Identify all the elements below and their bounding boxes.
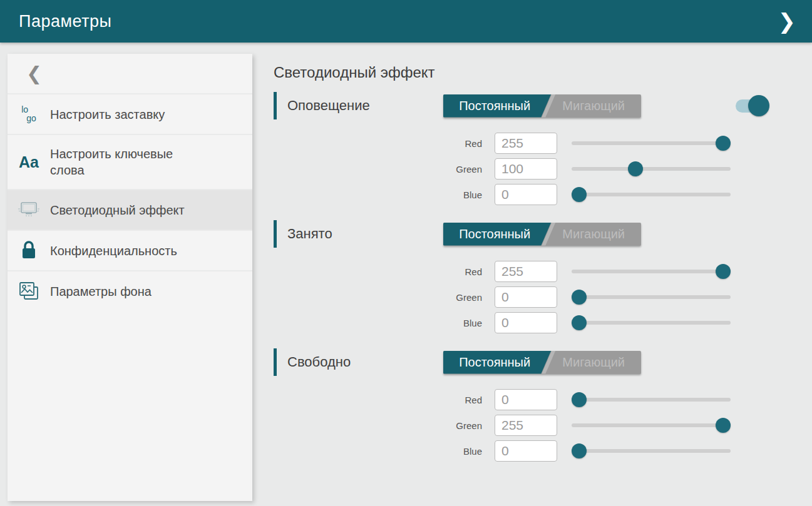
section-label: Занято	[287, 226, 443, 242]
mode-segmented-control[interactable]: Мигающий Постоянный	[443, 351, 641, 374]
red-slider[interactable]	[572, 261, 731, 282]
slider-track	[572, 270, 731, 273]
channel-label: Green	[421, 292, 495, 303]
page-title: Параметры	[19, 12, 111, 31]
background-images-icon	[8, 280, 50, 303]
slider-thumb[interactable]	[716, 264, 731, 279]
sidebar-item-background[interactable]: Параметры фона	[8, 270, 252, 311]
slider-thumb[interactable]	[572, 315, 587, 330]
channel-row-green: Green	[421, 415, 812, 436]
section-title: Светодиодный эффект	[274, 64, 812, 81]
slider-track	[572, 193, 731, 196]
keywords-icon: Aa	[8, 153, 50, 171]
slider-track	[572, 449, 731, 453]
green-value-input[interactable]	[495, 158, 557, 180]
sidebar-item-label: Настроить ключевые слова	[50, 146, 194, 178]
channel-label: Blue	[421, 318, 495, 328]
section-label: Свободно	[287, 354, 443, 370]
accent-bar	[274, 92, 277, 119]
sidebar-item-label: Параметры фона	[50, 283, 152, 300]
logo-icon: logo	[8, 106, 50, 123]
channel-label: Blue	[421, 190, 495, 200]
slider-track	[572, 321, 731, 325]
blue-value-input[interactable]	[495, 184, 557, 205]
blue-slider[interactable]	[572, 440, 731, 462]
green-slider[interactable]	[572, 415, 731, 436]
back-chevron-icon[interactable]: ❮	[20, 61, 48, 86]
red-value-input[interactable]	[495, 389, 557, 410]
sidebar-item-privacy[interactable]: Конфиденциальность	[8, 230, 252, 270]
blue-value-input[interactable]	[495, 440, 557, 462]
accent-bar	[274, 220, 277, 248]
red-value-input[interactable]	[495, 261, 557, 282]
led-monitor-icon	[8, 200, 50, 220]
mode-segmented-control[interactable]: Мигающий Постоянный	[443, 223, 641, 246]
channel-label: Red	[421, 138, 495, 149]
slider-thumb[interactable]	[572, 443, 587, 458]
channel-label: Blue	[421, 446, 495, 457]
green-value-input[interactable]	[495, 286, 557, 308]
slider-thumb[interactable]	[628, 161, 643, 176]
settings-sidebar: ❮ logo Настроить заставку Aa Настроить к…	[8, 54, 252, 501]
channel-row-blue: Blue	[421, 312, 812, 333]
slider-track	[572, 167, 731, 171]
sidebar-item-label: Светодиодный эффект	[50, 202, 185, 218]
mode-segmented-control[interactable]: Мигающий Постоянный	[443, 94, 641, 118]
slider-thumb[interactable]	[716, 136, 731, 151]
slider-track	[572, 141, 731, 145]
sidebar-item-label: Настроить заставку	[50, 106, 165, 123]
sidebar-back-row: ❮	[8, 54, 252, 93]
forward-chevron-icon[interactable]: ❯	[773, 8, 801, 34]
section-free: Свободно Мигающий Постоянный Red Green	[274, 349, 812, 462]
channel-label: Green	[421, 164, 495, 175]
slider-thumb[interactable]	[572, 187, 587, 202]
toggle-thumb[interactable]	[748, 95, 769, 116]
section-label: Оповещение	[287, 98, 443, 114]
slider-thumb[interactable]	[716, 418, 731, 433]
led-effect-panel: Светодиодный эффект Оповещение Мигающий …	[274, 43, 812, 506]
channel-row-blue: Blue	[421, 184, 812, 205]
sidebar-item-led-effect[interactable]: Светодиодный эффект	[8, 189, 252, 230]
slider-track	[572, 295, 731, 299]
slider-thumb[interactable]	[572, 392, 587, 407]
section-busy: Занято Мигающий Постоянный Red Green	[274, 221, 812, 333]
channel-label: Red	[421, 395, 495, 405]
channel-label: Red	[421, 266, 495, 277]
green-slider[interactable]	[572, 158, 731, 180]
app-header: Параметры ❯	[0, 0, 812, 43]
notification-toggle[interactable]	[736, 94, 769, 117]
channel-row-blue: Blue	[421, 440, 812, 462]
slider-thumb[interactable]	[572, 290, 587, 305]
channel-row-red: Red	[421, 133, 812, 154]
red-slider[interactable]	[572, 133, 731, 154]
sidebar-item-label: Конфиденциальность	[50, 243, 177, 259]
channel-row-green: Green	[421, 158, 812, 180]
channel-label: Green	[421, 420, 495, 431]
channel-row-red: Red	[421, 261, 812, 282]
blue-slider[interactable]	[572, 184, 731, 205]
slider-track	[572, 423, 731, 427]
green-value-input[interactable]	[495, 415, 557, 436]
section-notification: Оповещение Мигающий Постоянный Red	[274, 93, 812, 205]
lock-icon	[8, 240, 50, 261]
slider-track	[572, 398, 731, 402]
red-slider[interactable]	[572, 389, 731, 410]
sidebar-item-keywords[interactable]: Aa Настроить ключевые слова	[8, 134, 252, 189]
sidebar-item-screensaver[interactable]: logo Настроить заставку	[8, 93, 252, 134]
accent-bar	[274, 348, 277, 376]
channel-row-red: Red	[421, 389, 812, 410]
blue-slider[interactable]	[572, 312, 731, 333]
green-slider[interactable]	[572, 286, 731, 308]
red-value-input[interactable]	[495, 133, 557, 154]
blue-value-input[interactable]	[495, 312, 557, 333]
channel-row-green: Green	[421, 286, 812, 308]
